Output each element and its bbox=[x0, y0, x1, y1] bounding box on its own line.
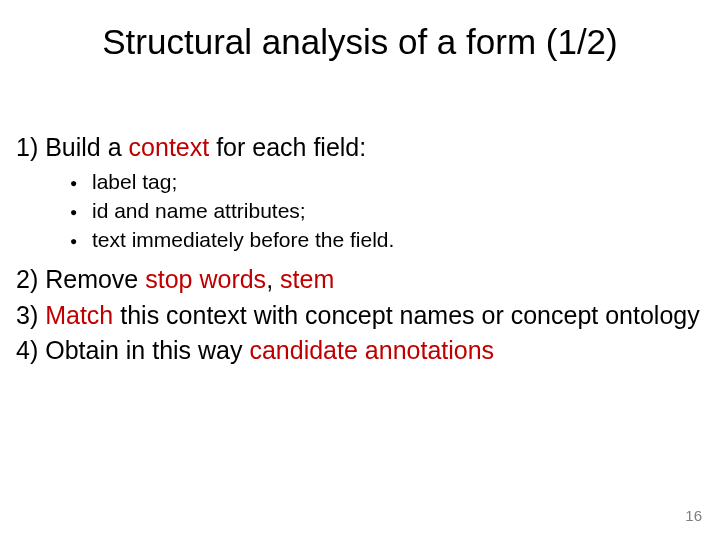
slide-title: Structural analysis of a form (1/2) bbox=[0, 22, 720, 62]
item2-lead: 2) bbox=[16, 265, 45, 293]
sub-item-c: ● text immediately before the field. bbox=[70, 227, 712, 254]
list-item-3: 3) Match this context with concept names… bbox=[16, 300, 712, 331]
bullet-icon: ● bbox=[70, 230, 92, 252]
sub-b-post: attributes; bbox=[208, 199, 306, 222]
list-item-1: 1) Build a context for each field: bbox=[16, 132, 712, 163]
list-item-2: 2) Remove stop words, stem bbox=[16, 264, 712, 295]
sub-a-label: label bbox=[92, 170, 136, 193]
sub-a-post: tag; bbox=[136, 170, 177, 193]
sublist: ● label tag; ● id and name attributes; ●… bbox=[70, 169, 712, 254]
item4-a: Obtain in this way bbox=[45, 336, 249, 364]
item1-a: Build a bbox=[45, 133, 128, 161]
item4-candidate: candidate annotations bbox=[249, 336, 494, 364]
item2-a: Remove bbox=[45, 265, 145, 293]
list-item-4: 4) Obtain in this way candidate annotati… bbox=[16, 335, 712, 366]
sub-c-text: text immediately before the field. bbox=[92, 227, 394, 253]
item4-lead: 4) bbox=[16, 336, 45, 364]
item3-match: Match bbox=[45, 301, 113, 329]
sub-item-a: ● label tag; bbox=[70, 169, 712, 196]
item2-stem: stem bbox=[280, 265, 334, 293]
sub-b-mid: and bbox=[108, 199, 155, 222]
item1-c: for each field: bbox=[209, 133, 366, 161]
sub-b-name: name bbox=[155, 199, 208, 222]
item2-stopwords: stop words bbox=[145, 265, 266, 293]
item3-lead: 3) bbox=[16, 301, 45, 329]
item1-lead: 1) bbox=[16, 133, 45, 161]
item1-context: context bbox=[129, 133, 210, 161]
bullet-icon: ● bbox=[70, 201, 92, 223]
sub-b-text: id and name attributes; bbox=[92, 198, 306, 224]
sub-item-b: ● id and name attributes; bbox=[70, 198, 712, 225]
item2-c: , bbox=[266, 265, 280, 293]
bullet-icon: ● bbox=[70, 172, 92, 194]
slide: Structural analysis of a form (1/2) 1) B… bbox=[0, 0, 720, 540]
sub-b-id: id bbox=[92, 199, 108, 222]
item3-b: this context with concept names or conce… bbox=[113, 301, 699, 329]
page-number: 16 bbox=[685, 507, 702, 524]
slide-body: 1) Build a context for each field: ● lab… bbox=[16, 132, 712, 370]
sub-a-text: label tag; bbox=[92, 169, 177, 195]
